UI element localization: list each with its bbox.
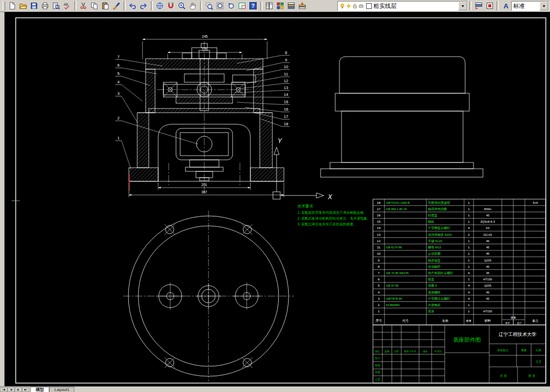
section-view bbox=[129, 41, 284, 192]
svg-text:AB: AB bbox=[64, 3, 69, 6]
toolbar-grip[interactable] bbox=[3, 2, 5, 10]
text-style-button[interactable]: A bbox=[501, 1, 511, 11]
svg-text:1: 1 bbox=[468, 213, 470, 217]
svg-text:18: 18 bbox=[284, 122, 288, 126]
zoom-previous-button[interactable] bbox=[226, 1, 236, 11]
lock-icon[interactable] bbox=[352, 3, 358, 9]
toolbar-separator bbox=[74, 1, 76, 10]
zoom-all-button[interactable] bbox=[215, 1, 225, 11]
match-properties-button[interactable] bbox=[111, 1, 122, 11]
bom-row: 8传动蜗杆145 bbox=[378, 265, 489, 268]
svg-text:1: 1 bbox=[468, 265, 470, 268]
dim-base-width: 367 bbox=[202, 190, 207, 194]
layer-combo[interactable]: 粗实线层 ▼ bbox=[337, 1, 468, 11]
svg-text:名称: 名称 bbox=[442, 319, 448, 323]
svg-text:1: 1 bbox=[468, 258, 470, 262]
tab-nav-next-button[interactable]: ▶ bbox=[15, 387, 22, 392]
svg-text:9: 9 bbox=[378, 258, 380, 262]
help-button[interactable]: ? bbox=[248, 1, 258, 11]
tab-layout1[interactable]: Layout1 bbox=[49, 387, 74, 392]
layer-previous-button[interactable] bbox=[474, 1, 484, 11]
svg-text:数量: 数量 bbox=[466, 319, 471, 322]
open-button[interactable] bbox=[18, 1, 28, 11]
zoom-realtime-icon bbox=[178, 2, 186, 10]
tab-nav-first-button[interactable]: |◀ bbox=[0, 387, 7, 392]
printer-icon[interactable] bbox=[358, 3, 364, 9]
svg-text:GB/T878-94: GB/T878-94 bbox=[386, 297, 402, 300]
text-style-combo[interactable]: 标准 ▼ bbox=[511, 1, 549, 11]
dim-cavity-width: 201 bbox=[202, 183, 207, 187]
svg-text:审核: 审核 bbox=[375, 371, 381, 374]
sun-icon[interactable] bbox=[346, 3, 351, 9]
zoom-window-button[interactable] bbox=[204, 1, 214, 11]
svg-text:18: 18 bbox=[377, 201, 381, 204]
svg-text:45: 45 bbox=[486, 291, 489, 294]
spell-button[interactable]: AB bbox=[62, 1, 72, 11]
svg-text:45: 45 bbox=[486, 265, 489, 268]
svg-text:13: 13 bbox=[377, 233, 381, 236]
svg-text:10: 10 bbox=[377, 252, 381, 255]
svg-text:16: 16 bbox=[284, 107, 288, 112]
svg-text:17: 17 bbox=[377, 207, 381, 211]
hyperlink-button[interactable] bbox=[155, 1, 165, 11]
layer-combo-value: 粗实线层 bbox=[373, 2, 397, 10]
svg-text:2: 2 bbox=[468, 233, 470, 236]
new-icon bbox=[8, 2, 16, 10]
properties-button[interactable] bbox=[275, 1, 285, 11]
layer-previous-icon bbox=[475, 2, 483, 10]
make-layer-current-button[interactable] bbox=[297, 1, 307, 11]
make-layer-current-icon bbox=[298, 2, 306, 10]
layer-color-swatch bbox=[366, 3, 372, 9]
designcenter-button[interactable] bbox=[264, 1, 274, 11]
layout-tab-bar: |◀ ◀ ▶ ▶| 模型 Layout1 bbox=[0, 386, 550, 392]
svg-text:GB 97-85: GB 97-85 bbox=[386, 284, 399, 287]
zoom-realtime-button[interactable] bbox=[177, 1, 187, 11]
svg-text:连接螺栓: 连接螺栓 bbox=[428, 290, 441, 295]
cut-button[interactable] bbox=[78, 1, 89, 11]
bom-row: 5GB 97-85垫圈 64Q235 bbox=[378, 284, 491, 288]
cut-icon bbox=[79, 2, 87, 10]
svg-text:轴承端盖: 轴承端盖 bbox=[428, 258, 441, 263]
svg-text:GCr15: GCr15 bbox=[483, 233, 492, 236]
pan-icon bbox=[189, 2, 197, 10]
redo-button[interactable] bbox=[138, 1, 149, 11]
print-button[interactable] bbox=[40, 1, 50, 11]
bottom-view bbox=[123, 211, 294, 382]
chevron-down-icon[interactable]: ▼ bbox=[540, 2, 548, 10]
svg-text:7: 7 bbox=[117, 55, 119, 59]
svg-text:Q235: Q235 bbox=[484, 259, 491, 262]
spell-icon: AB bbox=[63, 2, 71, 10]
aerial-view-button[interactable] bbox=[237, 1, 247, 11]
layers-button[interactable] bbox=[286, 1, 296, 11]
paste-button[interactable] bbox=[100, 1, 111, 11]
svg-text:2: 2 bbox=[378, 303, 380, 307]
toolbar-right-buttons: A bbox=[468, 1, 511, 11]
bom-row: 14十字槽盘头螺钉4A3 bbox=[377, 226, 490, 230]
tab-nav-last-button[interactable]: ▶| bbox=[22, 387, 29, 392]
svg-text:年月日: 年月日 bbox=[435, 350, 442, 353]
chevron-down-icon[interactable]: ▼ bbox=[458, 2, 467, 10]
pan-button[interactable] bbox=[188, 1, 198, 11]
svg-text:Q235: Q235 bbox=[484, 284, 491, 287]
drawing-canvas[interactable]: 245 170 201 367 765432189101112131415161… bbox=[0, 12, 550, 387]
tab-model[interactable]: 模型 bbox=[30, 387, 49, 392]
svg-text:底座: 底座 bbox=[428, 309, 434, 313]
undo-button[interactable] bbox=[127, 1, 138, 11]
svg-text:手柄球刻度旋钮: 手柄球刻度旋钮 bbox=[427, 201, 450, 205]
svg-text:HT150: HT150 bbox=[483, 310, 492, 313]
new-button[interactable] bbox=[7, 1, 17, 11]
bom-row: 7GB 70-85 M6X35内六角圆柱头螺钉435 bbox=[378, 271, 489, 275]
svg-text:9: 9 bbox=[285, 58, 287, 62]
color-control-button[interactable] bbox=[485, 1, 495, 11]
tab-nav-prev-button[interactable]: ◀ bbox=[7, 387, 15, 392]
svg-text:17: 17 bbox=[284, 114, 288, 119]
svg-text:4: 4 bbox=[468, 284, 470, 287]
print-preview-button[interactable] bbox=[51, 1, 61, 11]
text-style-value: 标准 bbox=[513, 2, 525, 10]
print-icon bbox=[41, 2, 49, 10]
lightbulb-icon[interactable] bbox=[339, 3, 345, 9]
x-axis-label: X bbox=[327, 193, 333, 201]
save-button[interactable] bbox=[29, 1, 39, 11]
copy-button[interactable] bbox=[89, 1, 100, 11]
osnap-button[interactable] bbox=[166, 1, 176, 11]
